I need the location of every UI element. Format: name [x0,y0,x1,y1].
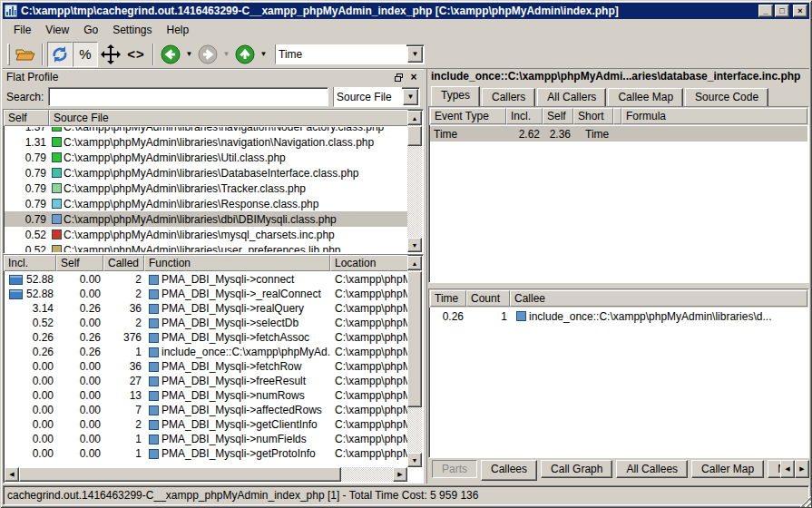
table-row[interactable]: 52.88 0.00 2 PMA_DBI_Mysqli->connect C:\… [5,272,407,287]
tab-callers[interactable]: Callers [482,88,535,106]
menu-view[interactable]: View [38,21,76,39]
scroll-up-icon[interactable]: ▲ [407,111,422,125]
percentage-toggle-button[interactable]: % [73,42,98,67]
close-dock-icon[interactable]: × [407,72,420,83]
dock-title-bar[interactable]: Flat Profile × [3,69,424,84]
table-row[interactable]: 0.00 0.00 2 PMA_DBI_Mysqli->getClientInf… [5,417,407,432]
menu-go[interactable]: Go [76,21,105,39]
table-row[interactable]: 52.88 0.00 2 PMA_DBI_Mysqli->_realConnec… [5,287,407,301]
col-formula[interactable]: Formula [621,108,807,124]
chevron-down-icon[interactable]: ▼ [403,89,418,105]
tab-all-callers[interactable]: All Callers [537,88,606,106]
close-button[interactable]: × [793,5,807,17]
col-callee[interactable]: Callee [510,290,807,307]
col-count[interactable]: Count [466,290,510,307]
table-row-selected[interactable]: Time 2.62 2.36 Time [430,126,807,142]
tab-call-graph[interactable]: Call Graph [541,460,612,478]
menu-help[interactable]: Help [160,21,197,39]
up-button[interactable] [232,42,258,67]
table-row[interactable]: 0.79 C:\xampp\phpMyAdmin\libraries\Util.… [5,150,407,165]
table-row[interactable]: 0.79 C:\xampp\phpMyAdmin\libraries\Datab… [5,165,407,181]
resize-grip[interactable] [799,495,811,507]
file-col-self[interactable]: Self [4,110,49,126]
col-time[interactable]: Time [430,290,466,307]
col-short[interactable]: Short [573,108,613,124]
scroll-down-icon[interactable]: ▼ [407,238,422,252]
group-color-icon [149,435,159,444]
back-dropdown-arrow[interactable]: ▼ [183,42,195,67]
table-row[interactable]: 0.79 C:\xampp\phpMyAdmin\libraries\Track… [5,181,407,196]
table-row[interactable]: 0.00 0.00 1 PMA_DBI_Mysqli->numFields C:… [5,432,407,446]
maximize-button[interactable]: □ [775,5,789,17]
tab-callees[interactable]: Callees [481,460,537,481]
table-row[interactable]: 0.52 0.00 2 PMA_DBI_Mysqli->selectDb C:\… [5,316,407,330]
toolbar-handle[interactable] [7,44,10,65]
scrollbar-thumb[interactable] [19,467,341,482]
table-row[interactable]: 0.00 0.00 7 PMA_DBI_Mysqli->affectedRows… [5,403,407,417]
search-input[interactable] [48,87,328,106]
function-list-hscrollbar[interactable]: ◀ ▶ [5,467,407,482]
forward-dropdown-arrow[interactable]: ▼ [220,42,232,67]
file-list-scrollbar[interactable]: ▲ ▼ [407,111,422,252]
float-dock-icon[interactable] [392,72,405,83]
table-row[interactable]: 1.37 C:\xampp\phpMyAdmin\libraries\navig… [5,127,407,134]
menu-settings[interactable]: Settings [105,21,159,39]
table-row[interactable]: 0.00 0.00 36 PMA_DBI_Mysqli->fetchRow C:… [5,359,407,374]
scroll-up-icon[interactable]: ▲ [407,256,422,270]
back-button[interactable] [158,42,183,67]
grouping-select[interactable]: Source File ▼ [333,87,420,107]
title-bar[interactable]: C:\xampp\tmp\cachegrind.out.1416463299-C… [3,3,809,19]
tab-all-callees[interactable]: All Callees [616,460,688,478]
table-row[interactable]: 0.26 0.26 376 PMA_DBI_Mysqli->fetchAssoc… [5,330,407,345]
scroll-right-icon[interactable]: ▶ [393,467,407,482]
scroll-left-icon[interactable]: ◀ [5,467,19,482]
toolbar-separator [42,44,44,65]
menu-file[interactable]: File [6,21,38,39]
cycle-detection-button[interactable]: <> [123,42,149,67]
scrollbar-thumb[interactable] [407,126,422,146]
table-row[interactable]: 0.00 0.00 27 PMA_DBI_Mysqli->freeResult … [5,374,407,388]
table-row[interactable]: 1.31 C:\xampp\phpMyAdmin\libraries\navig… [5,134,407,150]
func-col-incl[interactable]: Incl. [4,255,56,271]
table-row[interactable]: 0.52 C:\xampp\phpMyAdmin\libraries\mysql… [5,227,407,242]
scroll-down-icon[interactable]: ▼ [407,453,422,467]
func-col-location[interactable]: Location [330,255,408,271]
chevron-down-icon[interactable]: ▼ [407,46,423,63]
table-row[interactable]: 0.52 C:\xampp\phpMyAdmin\libraries\user_… [5,242,407,252]
up-dropdown-arrow[interactable]: ▼ [258,42,269,67]
forward-button[interactable] [195,42,220,67]
table-row-selected[interactable]: 0.79 C:\xampp\phpMyAdmin\libraries\dbi\D… [5,211,407,227]
table-row[interactable]: 0.00 0.00 13 PMA_DBI_Mysqli->numRows C:\… [5,388,407,403]
incl-cell: 0.26 [5,346,57,358]
tab-callee-map[interactable]: Callee Map [608,88,683,106]
callee-cell: include_once::C:\xampp\phpMyAdmin\librar… [511,310,807,323]
tab-scroll-left-icon[interactable]: ◀ [780,460,795,478]
table-row[interactable]: 0.26 1 include_once::C:\xampp\phpMyAdmin… [430,308,807,324]
func-col-function[interactable]: Function [144,255,330,271]
col-self[interactable]: Self [543,108,573,124]
minimize-button[interactable]: _ [758,5,773,17]
event-type-select[interactable]: Time ▼ [275,44,425,64]
col-spacer[interactable] [613,108,621,124]
file-col-source[interactable]: Source File [49,110,408,126]
col-incl[interactable]: Incl. [506,108,543,124]
table-row[interactable]: 0.79 C:\xampp\phpMyAdmin\libraries\Respo… [5,196,407,211]
table-row[interactable]: 3.14 0.26 36 PMA_DBI_Mysqli->realQuery C… [5,301,407,316]
reload-button[interactable] [47,42,73,67]
function-list-vscrollbar[interactable]: ▲ ▼ [407,256,422,467]
expand-areas-button[interactable] [98,42,123,67]
col-event-type[interactable]: Event Type [430,108,506,124]
tab-scroll-right-icon[interactable]: ▶ [795,460,809,478]
func-col-self[interactable]: Self [56,255,103,271]
open-file-button[interactable] [13,42,38,67]
scrollbar-thumb[interactable] [407,271,422,407]
table-row[interactable]: 0.26 0.26 1 include_once::C:\xampp\phpMy… [5,345,407,359]
event-cell: Time [430,128,507,141]
tab-source-code[interactable]: Source Code [685,88,768,106]
tab-caller-map[interactable]: Caller Map [691,460,764,478]
forward-arrow-icon [198,44,218,64]
table-row[interactable]: 0.00 0.00 1 PMA_DBI_Mysqli->getProtoInfo… [5,446,407,461]
tab-parts[interactable]: Parts [432,460,477,478]
func-col-called[interactable]: Called [103,255,144,271]
tab-types[interactable]: Types [431,86,480,106]
